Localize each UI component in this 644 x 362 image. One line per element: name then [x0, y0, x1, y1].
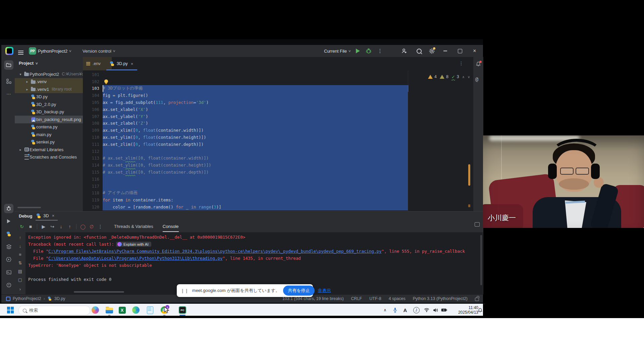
tab-threads-variables[interactable]: Threads & Variables	[114, 224, 153, 229]
tray-notifications[interactable]: z	[477, 304, 483, 316]
code-line[interactable]: 107ax.set_ylabel('Y')	[83, 113, 473, 120]
tray-battery[interactable]	[440, 304, 448, 316]
breadcrumb-file[interactable]: 3D.py	[54, 296, 65, 301]
code-line[interactable]: 108ax.set_zlabel('Z')	[83, 120, 473, 127]
hide-bar-link[interactable]: 非表示	[318, 288, 331, 294]
tree-item[interactable]: ▸External Libraries	[15, 146, 83, 154]
scrollbar-warning-marker[interactable]	[468, 164, 470, 186]
tray-app[interactable]: J	[413, 304, 420, 316]
indent-widget[interactable]: 4 spaces	[389, 296, 406, 301]
code-line[interactable]: 117	[83, 183, 473, 190]
chevron-icon[interactable]: ▾	[17, 72, 23, 76]
mute-breakpoints-icon[interactable]: ∅	[87, 224, 96, 229]
taskbar-search[interactable]: 検索	[18, 306, 90, 315]
chevron-icon[interactable]: ▸	[17, 148, 23, 152]
step-over-icon[interactable]: ↪	[48, 224, 57, 229]
run-button[interactable]	[354, 47, 362, 55]
code-line[interactable]: 112	[83, 148, 473, 155]
tray-wifi[interactable]	[423, 304, 430, 316]
more-actions-button[interactable]: ⋮	[376, 47, 384, 55]
close-tab-icon[interactable]: ×	[131, 61, 133, 66]
sidebar-item-endpoints[interactable]	[4, 255, 13, 264]
tray-microphone[interactable]	[392, 304, 398, 316]
vertical-scrollbar[interactable]	[480, 235, 482, 285]
layout-settings-icon[interactable]	[475, 222, 480, 227]
status-breadcrumb[interactable]: PythonProject2 › 3D.py	[6, 295, 65, 303]
tree-item[interactable]: ▾PythonProject2C:¥Users¥one¥	[15, 70, 83, 78]
readonly-lock-icon[interactable]	[475, 298, 479, 301]
step-out-icon[interactable]: ↑	[65, 224, 74, 229]
scroll-up-icon[interactable]: ↑	[15, 235, 25, 240]
console-line[interactable]: Traceback (most recent call last):Explai…	[25, 241, 483, 248]
code-line[interactable]: 110ax.set_ylim([0, float(container.heigh…	[83, 134, 473, 141]
tree-item[interactable]: ▸.venv1library root	[15, 85, 83, 93]
settings-button[interactable]	[427, 47, 436, 55]
line-ending-widget[interactable]: CRLF	[351, 296, 362, 301]
taskbar-edge[interactable]	[132, 306, 140, 314]
tree-item[interactable]: 3D_backup.py	[15, 108, 83, 116]
code-with-me-button[interactable]	[400, 47, 409, 55]
code-editor[interactable]: 101102103# 3Dプロットの準備104fig = plt.figure(…	[83, 70, 473, 211]
interpreter-widget[interactable]: Python 3.13 (PythonProject2)	[413, 296, 468, 301]
tree-item[interactable]: senkei.py	[15, 138, 83, 146]
sidebar-item-project[interactable]	[4, 60, 13, 70]
print-icon[interactable]: ▤	[15, 269, 25, 274]
code-line[interactable]: 114# ax.set_ylim([0, float(container.hei…	[83, 162, 473, 169]
notifications-button[interactable]	[476, 61, 481, 67]
ai-assistant-button[interactable]: @	[475, 76, 478, 82]
project-panel-header[interactable]: Project ∨	[19, 61, 38, 66]
tree-item[interactable]: main.py	[15, 131, 83, 138]
debug-session-tab[interactable]: 3D ×	[36, 213, 54, 218]
sidebar-item-debug[interactable]	[4, 204, 13, 213]
search-everywhere-button[interactable]	[415, 47, 423, 55]
code-line[interactable]: 103# 3Dプロットの準備	[83, 85, 473, 92]
code-line[interactable]: 119for item in container.items:	[83, 196, 473, 203]
prev-problem-icon[interactable]: ∧	[462, 75, 465, 79]
expand-icon[interactable]: ›	[15, 287, 25, 292]
taskbar-notepad[interactable]	[146, 306, 154, 314]
step-into-icon[interactable]: ↓	[57, 224, 65, 229]
tab-options-icon[interactable]: ⋮	[459, 61, 464, 66]
tray-clock[interactable]: 11:40 2025/04/13	[458, 304, 478, 316]
code-line[interactable]: 105ax = fig.add_subplot(111, projection=…	[83, 99, 473, 106]
close-session-icon[interactable]: ×	[52, 213, 55, 218]
console-line[interactable]: Process finished with exit code 0	[25, 276, 483, 283]
code-line[interactable]: 109ax.set_xlim([0, float(container.width…	[83, 127, 473, 134]
file-path-link[interactable]: C:\Users\one\AppData\Local\Programs\Pyth…	[48, 256, 222, 261]
sidebar-item-services[interactable]	[4, 242, 13, 251]
tree-item[interactable]: 3D_2.0.py	[15, 101, 83, 108]
tree-item[interactable]: ▸.venv	[15, 78, 83, 86]
view-breakpoints-icon[interactable]: ◯	[78, 224, 87, 229]
tray-show-hidden[interactable]: ∧	[382, 304, 388, 316]
code-line[interactable]: 116	[83, 176, 473, 183]
console-line[interactable]: TypeError: 'NoneType' object is not subs…	[25, 262, 483, 269]
run-configuration-selector[interactable]: Current File ∨	[324, 45, 351, 57]
code-line[interactable]: 102	[83, 78, 473, 85]
tray-ime[interactable]: A	[402, 304, 409, 316]
code-line[interactable]: 106ax.set_xlabel('X')	[83, 106, 473, 113]
breadcrumb-project[interactable]: PythonProject2	[13, 296, 41, 301]
explain-with-ai-chip[interactable]: Explain with AI	[116, 242, 151, 247]
tab-3d-py[interactable]: 3D.py ×	[106, 57, 144, 70]
console-line[interactable]: Exception ignored in: <function _DeleteD…	[25, 234, 483, 241]
code-line[interactable]: 118# アイテムの描画	[83, 190, 473, 197]
console-line[interactable]: File "C:\Users\one\AppData\Local\Program…	[25, 255, 483, 262]
file-path-link[interactable]: C:\Program Files\JetBrains\PyCharm Commu…	[48, 249, 381, 254]
sidebar-item-structure[interactable]	[4, 76, 13, 86]
scroll-down-icon[interactable]: ↓	[15, 244, 25, 249]
code-line[interactable]: 111ax.set_zlim([0, float(container.depth…	[83, 141, 473, 148]
code-line[interactable]: 101	[83, 71, 473, 78]
console-line[interactable]: File "C:\Program Files\JetBrains\PyCharm…	[25, 248, 483, 255]
tree-item[interactable]: Scratches and Consoles	[15, 154, 83, 161]
code-line[interactable]: 115# ax.set_zlim([0, float(container.dep…	[83, 169, 473, 176]
sidebar-item-more[interactable]: ⋯	[4, 89, 13, 99]
taskbar-copilot[interactable]	[91, 306, 99, 314]
stop-sharing-button[interactable]: 共有を停止	[283, 286, 314, 296]
vcs-widget[interactable]: Version control ∨	[83, 45, 115, 57]
sidebar-item-run[interactable]	[4, 217, 13, 226]
tab-console[interactable]: Console	[163, 224, 179, 229]
taskbar-excel[interactable]: X	[118, 306, 126, 314]
tray-volume[interactable]	[432, 304, 439, 316]
project-widget[interactable]: PP PythonProject2 ∨	[29, 45, 71, 57]
sidebar-item-problems[interactable]	[4, 280, 13, 290]
